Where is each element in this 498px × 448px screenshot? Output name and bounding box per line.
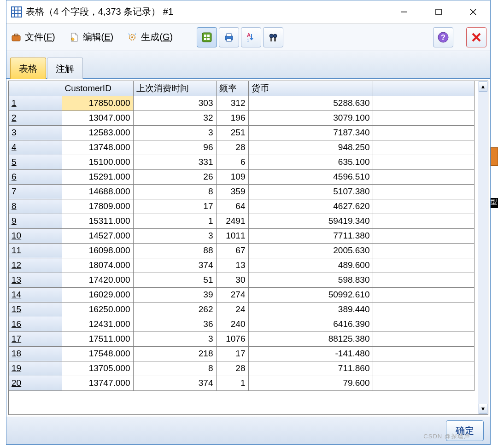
table-row[interactable]: 1116098.00088672005.630 xyxy=(9,243,474,258)
cell-blank[interactable] xyxy=(373,125,474,140)
minimize-button[interactable] xyxy=(387,0,421,23)
row-number[interactable]: 18 xyxy=(9,346,62,361)
print-button[interactable] xyxy=(219,27,239,47)
cell-currency[interactable]: 389.440 xyxy=(248,302,373,317)
table-row[interactable]: 1317420.0005130598.830 xyxy=(9,273,474,287)
cell-blank[interactable] xyxy=(373,111,474,125)
row-number[interactable]: 20 xyxy=(9,376,62,390)
cell-frequency[interactable]: 17 xyxy=(216,346,248,361)
cell-customer-id[interactable]: 16029.000 xyxy=(62,287,133,302)
cell-blank[interactable] xyxy=(373,184,474,199)
col-customer-id[interactable]: CustomerID xyxy=(62,81,133,96)
cell-frequency[interactable]: 1011 xyxy=(216,228,248,243)
cell-customer-id[interactable]: 17511.000 xyxy=(62,332,133,346)
row-number[interactable]: 2 xyxy=(9,111,62,125)
cell-blank[interactable] xyxy=(373,302,474,317)
cell-blank[interactable] xyxy=(373,332,474,346)
scroll-down-icon[interactable]: ▼ xyxy=(479,404,487,414)
table-row[interactable]: 2013747.000374179.600 xyxy=(9,376,474,390)
cell-customer-id[interactable]: 17420.000 xyxy=(62,273,133,287)
cell-customer-id[interactable]: 16098.000 xyxy=(62,243,133,258)
cell-last-purchase[interactable]: 1 xyxy=(133,214,216,228)
cell-last-purchase[interactable]: 218 xyxy=(133,346,216,361)
row-number[interactable]: 10 xyxy=(9,228,62,243)
table-row[interactable]: 714688.00083595107.380 xyxy=(9,184,474,199)
row-number[interactable]: 9 xyxy=(9,214,62,228)
cell-currency[interactable]: 598.830 xyxy=(248,273,373,287)
cell-currency[interactable]: -141.480 xyxy=(248,346,373,361)
cell-customer-id[interactable]: 12583.000 xyxy=(62,125,133,140)
cell-last-purchase[interactable]: 374 xyxy=(133,376,216,390)
cell-customer-id[interactable]: 13747.000 xyxy=(62,376,133,390)
cell-frequency[interactable]: 28 xyxy=(216,361,248,376)
table-row[interactable]: 1516250.00026224389.440 xyxy=(9,302,474,317)
cell-currency[interactable]: 6416.390 xyxy=(248,317,373,332)
cell-currency[interactable]: 7711.380 xyxy=(248,228,373,243)
cell-currency[interactable]: 88125.380 xyxy=(248,332,373,346)
cell-blank[interactable] xyxy=(373,287,474,302)
tab-annotate[interactable]: 注解 xyxy=(47,58,83,79)
table-row[interactable]: 1218074.00037413489.600 xyxy=(9,258,474,273)
cell-frequency[interactable]: 30 xyxy=(216,273,248,287)
cell-blank[interactable] xyxy=(373,317,474,332)
cell-customer-id[interactable]: 13705.000 xyxy=(62,361,133,376)
cell-last-purchase[interactable]: 39 xyxy=(133,287,216,302)
row-number[interactable]: 12 xyxy=(9,258,62,273)
row-number[interactable]: 16 xyxy=(9,317,62,332)
cell-last-purchase[interactable]: 3 xyxy=(133,125,216,140)
cell-customer-id[interactable]: 15291.000 xyxy=(62,169,133,184)
cell-frequency[interactable]: 240 xyxy=(216,317,248,332)
cell-blank[interactable] xyxy=(373,376,474,390)
scroll-up-icon[interactable]: ▲ xyxy=(479,81,487,92)
row-number[interactable]: 5 xyxy=(9,155,62,169)
table-row[interactable]: 1416029.0003927450992.610 xyxy=(9,287,474,302)
cell-currency[interactable]: 59419.340 xyxy=(248,214,373,228)
cell-customer-id[interactable]: 14527.000 xyxy=(62,228,133,243)
cell-frequency[interactable]: 274 xyxy=(216,287,248,302)
cell-last-purchase[interactable]: 88 xyxy=(133,243,216,258)
cell-last-purchase[interactable]: 303 xyxy=(133,96,216,111)
find-button[interactable] xyxy=(263,27,283,47)
cell-currency[interactable]: 635.100 xyxy=(248,155,373,169)
cell-currency[interactable]: 5288.630 xyxy=(248,96,373,111)
cell-blank[interactable] xyxy=(373,169,474,184)
col-blank[interactable] xyxy=(373,81,474,96)
row-number[interactable]: 4 xyxy=(9,140,62,155)
cell-currency[interactable]: 3079.100 xyxy=(248,111,373,125)
cell-currency[interactable]: 948.250 xyxy=(248,140,373,155)
cell-currency[interactable]: 711.860 xyxy=(248,361,373,376)
cell-last-purchase[interactable]: 331 xyxy=(133,155,216,169)
cell-currency[interactable]: 2005.630 xyxy=(248,243,373,258)
cell-currency[interactable]: 50992.610 xyxy=(248,287,373,302)
cell-customer-id[interactable]: 15311.000 xyxy=(62,214,133,228)
cell-blank[interactable] xyxy=(373,96,474,111)
cell-frequency[interactable]: 251 xyxy=(216,125,248,140)
table-row[interactable]: 1817548.00021817-141.480 xyxy=(9,346,474,361)
col-currency[interactable]: 货币 xyxy=(248,81,373,96)
menu-generate[interactable]: 生成(G) xyxy=(126,31,173,43)
cell-last-purchase[interactable]: 8 xyxy=(133,184,216,199)
cell-frequency[interactable]: 6 xyxy=(216,155,248,169)
cell-last-purchase[interactable]: 374 xyxy=(133,258,216,273)
maximize-button[interactable] xyxy=(421,0,456,23)
cell-blank[interactable] xyxy=(373,273,474,287)
table-row[interactable]: 817809.00017644627.620 xyxy=(9,199,474,214)
row-number[interactable]: 8 xyxy=(9,199,62,214)
row-number[interactable]: 7 xyxy=(9,184,62,199)
cell-blank[interactable] xyxy=(373,155,474,169)
cell-customer-id[interactable]: 17809.000 xyxy=(62,199,133,214)
cell-customer-id[interactable]: 14688.000 xyxy=(62,184,133,199)
row-number[interactable]: 19 xyxy=(9,361,62,376)
cell-frequency[interactable]: 67 xyxy=(216,243,248,258)
col-last-purchase[interactable]: 上次消费时间 xyxy=(133,81,216,96)
close-button[interactable] xyxy=(456,0,490,23)
cell-blank[interactable] xyxy=(373,243,474,258)
row-number[interactable]: 13 xyxy=(9,273,62,287)
cell-last-purchase[interactable]: 32 xyxy=(133,111,216,125)
close-x-button[interactable] xyxy=(466,27,486,47)
row-number[interactable]: 14 xyxy=(9,287,62,302)
cell-frequency[interactable]: 24 xyxy=(216,302,248,317)
cell-blank[interactable] xyxy=(373,361,474,376)
cell-frequency[interactable]: 312 xyxy=(216,96,248,111)
cell-last-purchase[interactable]: 3 xyxy=(133,332,216,346)
